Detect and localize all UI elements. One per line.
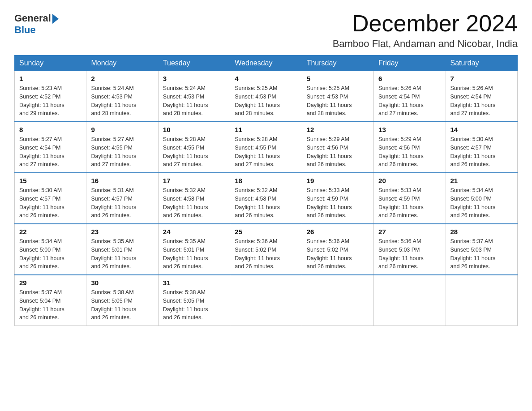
table-row: 10 Sunrise: 5:28 AM Sunset: 4:55 PM Dayl… <box>158 122 230 173</box>
calendar-week-row: 29 Sunrise: 5:37 AM Sunset: 5:04 PM Dayl… <box>15 275 518 326</box>
table-row: 6 Sunrise: 5:26 AM Sunset: 4:54 PM Dayli… <box>374 71 446 122</box>
day-info: Sunrise: 5:28 AM Sunset: 4:55 PM Dayligh… <box>163 135 225 169</box>
day-info: Sunrise: 5:36 AM Sunset: 5:02 PM Dayligh… <box>235 237 297 271</box>
day-info: Sunrise: 5:31 AM Sunset: 4:57 PM Dayligh… <box>91 186 153 220</box>
table-row: 28 Sunrise: 5:37 AM Sunset: 5:03 PM Dayl… <box>446 224 517 275</box>
day-number: 20 <box>378 177 441 184</box>
day-number: 12 <box>307 126 369 133</box>
day-number: 24 <box>163 228 225 235</box>
day-number: 16 <box>91 177 153 184</box>
day-number: 7 <box>450 75 513 82</box>
table-row <box>374 275 446 326</box>
day-info: Sunrise: 5:30 AM Sunset: 4:57 PM Dayligh… <box>450 135 513 169</box>
logo-arrow-icon <box>52 14 59 24</box>
calendar-week-row: 1 Sunrise: 5:23 AM Sunset: 4:52 PM Dayli… <box>15 71 518 122</box>
logo-general-text: General <box>14 13 51 24</box>
day-number: 28 <box>450 228 513 235</box>
calendar-week-row: 8 Sunrise: 5:27 AM Sunset: 4:54 PM Dayli… <box>15 122 518 173</box>
table-row: 4 Sunrise: 5:25 AM Sunset: 4:53 PM Dayli… <box>230 71 302 122</box>
day-number: 31 <box>163 279 225 287</box>
table-row: 20 Sunrise: 5:33 AM Sunset: 4:59 PM Dayl… <box>374 173 446 224</box>
day-number: 22 <box>19 228 82 235</box>
day-number: 30 <box>91 279 153 287</box>
table-row: 12 Sunrise: 5:29 AM Sunset: 4:56 PM Dayl… <box>302 122 373 173</box>
day-info: Sunrise: 5:29 AM Sunset: 4:56 PM Dayligh… <box>378 135 441 169</box>
table-row: 27 Sunrise: 5:36 AM Sunset: 5:03 PM Dayl… <box>374 224 446 275</box>
col-tuesday: Tuesday <box>158 56 230 71</box>
table-row: 30 Sunrise: 5:38 AM Sunset: 5:05 PM Dayl… <box>86 275 158 326</box>
day-number: 29 <box>19 279 82 287</box>
day-info: Sunrise: 5:24 AM Sunset: 4:53 PM Dayligh… <box>91 84 153 118</box>
day-number: 11 <box>235 126 297 133</box>
table-row: 7 Sunrise: 5:26 AM Sunset: 4:54 PM Dayli… <box>446 71 517 122</box>
col-friday: Friday <box>374 56 446 71</box>
day-info: Sunrise: 5:34 AM Sunset: 5:00 PM Dayligh… <box>19 237 82 271</box>
calendar-subtitle: Bamboo Flat, Andaman and Nicobar, India <box>333 38 518 50</box>
day-info: Sunrise: 5:34 AM Sunset: 5:00 PM Dayligh… <box>450 186 513 220</box>
day-info: Sunrise: 5:30 AM Sunset: 4:57 PM Dayligh… <box>19 186 82 220</box>
table-row: 1 Sunrise: 5:23 AM Sunset: 4:52 PM Dayli… <box>15 71 86 122</box>
day-number: 5 <box>307 75 369 82</box>
calendar-table: Sunday Monday Tuesday Wednesday Thursday… <box>14 55 518 326</box>
col-saturday: Saturday <box>446 56 517 71</box>
table-row: 11 Sunrise: 5:28 AM Sunset: 4:55 PM Dayl… <box>230 122 302 173</box>
day-number: 13 <box>378 126 441 133</box>
table-row: 14 Sunrise: 5:30 AM Sunset: 4:57 PM Dayl… <box>446 122 517 173</box>
day-info: Sunrise: 5:25 AM Sunset: 4:53 PM Dayligh… <box>307 84 369 118</box>
table-row <box>302 275 373 326</box>
table-row: 18 Sunrise: 5:32 AM Sunset: 4:58 PM Dayl… <box>230 173 302 224</box>
day-info: Sunrise: 5:26 AM Sunset: 4:54 PM Dayligh… <box>450 84 513 118</box>
day-number: 25 <box>235 228 297 235</box>
table-row: 25 Sunrise: 5:36 AM Sunset: 5:02 PM Dayl… <box>230 224 302 275</box>
day-info: Sunrise: 5:26 AM Sunset: 4:54 PM Dayligh… <box>378 84 441 118</box>
day-number: 10 <box>163 126 225 133</box>
table-row: 15 Sunrise: 5:30 AM Sunset: 4:57 PM Dayl… <box>15 173 86 224</box>
table-row: 23 Sunrise: 5:35 AM Sunset: 5:01 PM Dayl… <box>86 224 158 275</box>
table-row: 21 Sunrise: 5:34 AM Sunset: 5:00 PM Dayl… <box>446 173 517 224</box>
day-info: Sunrise: 5:32 AM Sunset: 4:58 PM Dayligh… <box>163 186 225 220</box>
day-info: Sunrise: 5:37 AM Sunset: 5:03 PM Dayligh… <box>450 237 513 271</box>
day-info: Sunrise: 5:38 AM Sunset: 5:05 PM Dayligh… <box>163 288 225 322</box>
table-row: 17 Sunrise: 5:32 AM Sunset: 4:58 PM Dayl… <box>158 173 230 224</box>
table-row: 2 Sunrise: 5:24 AM Sunset: 4:53 PM Dayli… <box>86 71 158 122</box>
day-info: Sunrise: 5:28 AM Sunset: 4:55 PM Dayligh… <box>235 135 297 169</box>
calendar-week-row: 15 Sunrise: 5:30 AM Sunset: 4:57 PM Dayl… <box>15 173 518 224</box>
day-info: Sunrise: 5:33 AM Sunset: 4:59 PM Dayligh… <box>378 186 441 220</box>
day-number: 4 <box>235 75 297 82</box>
day-number: 18 <box>235 177 297 184</box>
day-number: 9 <box>91 126 153 133</box>
table-row <box>446 275 517 326</box>
table-row: 8 Sunrise: 5:27 AM Sunset: 4:54 PM Dayli… <box>15 122 86 173</box>
table-row <box>230 275 302 326</box>
day-info: Sunrise: 5:27 AM Sunset: 4:55 PM Dayligh… <box>91 135 153 169</box>
day-info: Sunrise: 5:32 AM Sunset: 4:58 PM Dayligh… <box>235 186 297 220</box>
day-info: Sunrise: 5:37 AM Sunset: 5:04 PM Dayligh… <box>19 288 82 322</box>
day-number: 26 <box>307 228 369 235</box>
day-info: Sunrise: 5:35 AM Sunset: 5:01 PM Dayligh… <box>91 237 153 271</box>
calendar-title: December 2024 <box>333 11 518 36</box>
day-info: Sunrise: 5:36 AM Sunset: 5:02 PM Dayligh… <box>307 237 369 271</box>
col-thursday: Thursday <box>302 56 373 71</box>
day-info: Sunrise: 5:27 AM Sunset: 4:54 PM Dayligh… <box>19 135 82 169</box>
table-row: 9 Sunrise: 5:27 AM Sunset: 4:55 PM Dayli… <box>86 122 158 173</box>
col-sunday: Sunday <box>15 56 86 71</box>
day-number: 27 <box>378 228 441 235</box>
day-info: Sunrise: 5:35 AM Sunset: 5:01 PM Dayligh… <box>163 237 225 271</box>
col-wednesday: Wednesday <box>230 56 302 71</box>
day-info: Sunrise: 5:24 AM Sunset: 4:53 PM Dayligh… <box>163 84 225 118</box>
calendar-title-area: December 2024 Bamboo Flat, Andaman and N… <box>333 11 518 50</box>
day-number: 17 <box>163 177 225 184</box>
calendar-week-row: 22 Sunrise: 5:34 AM Sunset: 5:00 PM Dayl… <box>15 224 518 275</box>
day-info: Sunrise: 5:29 AM Sunset: 4:56 PM Dayligh… <box>307 135 369 169</box>
table-row: 16 Sunrise: 5:31 AM Sunset: 4:57 PM Dayl… <box>86 173 158 224</box>
day-number: 21 <box>450 177 513 184</box>
day-info: Sunrise: 5:38 AM Sunset: 5:05 PM Dayligh… <box>91 288 153 322</box>
col-monday: Monday <box>86 56 158 71</box>
day-number: 6 <box>378 75 441 82</box>
table-row: 22 Sunrise: 5:34 AM Sunset: 5:00 PM Dayl… <box>15 224 86 275</box>
page-header: General Blue December 2024 Bamboo Flat, … <box>14 11 518 50</box>
day-number: 15 <box>19 177 82 184</box>
table-row: 13 Sunrise: 5:29 AM Sunset: 4:56 PM Dayl… <box>374 122 446 173</box>
day-number: 19 <box>307 177 369 184</box>
day-info: Sunrise: 5:23 AM Sunset: 4:52 PM Dayligh… <box>19 84 82 118</box>
